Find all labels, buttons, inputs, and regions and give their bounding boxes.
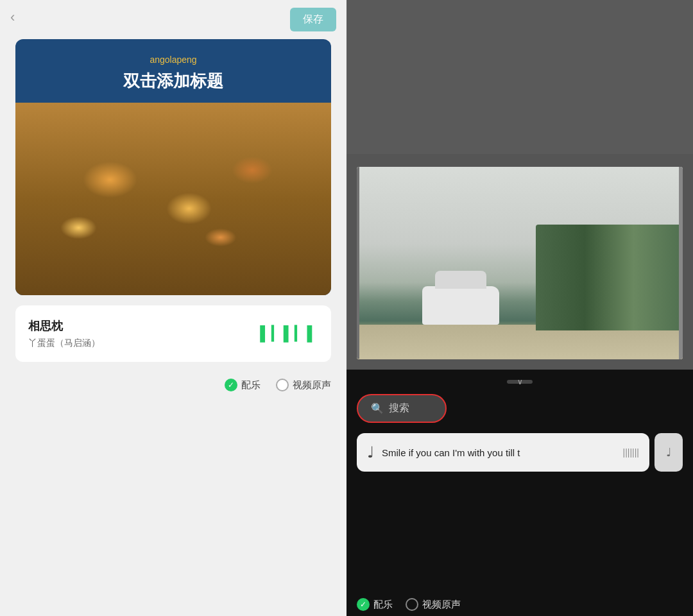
song-lyrics: Smile if you can I'm with you till t: [382, 447, 615, 458]
left-panel: ‹ 保存 angolapeng 双击添加标题 相思枕 丫蛋蛋（马启涵） ▌▎▌▎…: [0, 0, 346, 616]
radio-icon: [276, 379, 289, 391]
option-peilv[interactable]: ✓ 配乐: [225, 379, 261, 391]
card-title[interactable]: 双击添加标题: [28, 70, 318, 92]
next-song-card[interactable]: ♩: [654, 433, 683, 472]
chevron-down-icon: ∨: [517, 377, 523, 386]
audio-options: ✓ 配乐 视频原声: [0, 372, 346, 404]
right-radio-icon: [406, 598, 418, 611]
collapse-handle[interactable]: ∨: [357, 380, 683, 384]
card-header: angolapeng 双击添加标题: [15, 39, 331, 103]
right-option-peilv-label: 配乐: [373, 599, 393, 611]
option-yuansheng[interactable]: 视频原声: [276, 379, 331, 391]
left-header: ‹ 保存: [0, 0, 346, 39]
search-bar[interactable]: 🔍 搜索: [357, 394, 447, 423]
music-info-card: 相思枕 丫蛋蛋（马启涵） ▌▎▌▎▌: [15, 305, 331, 362]
music-note-icon-2: ♩: [666, 445, 671, 459]
scene-window: [357, 167, 683, 359]
card-food-image: [15, 103, 331, 295]
search-bar-wrapper: 🔍 搜索: [357, 394, 683, 423]
right-top-area: [346, 0, 693, 154]
option-yuansheng-label: 视频原声: [293, 379, 331, 391]
right-panel: ∨ 🔍 搜索 ♩ Smile if you can I'm with you t…: [346, 0, 693, 616]
music-note-icon: ♩: [367, 443, 374, 461]
right-photo: [357, 167, 683, 359]
music-text: 相思枕 丫蛋蛋（马启涵）: [28, 318, 260, 349]
search-icon: 🔍: [371, 402, 384, 415]
check-icon: ✓: [225, 379, 237, 391]
right-check-icon: ✓: [357, 598, 370, 611]
right-music-panel: ∨ 🔍 搜索 ♩ Smile if you can I'm with you t…: [346, 370, 693, 589]
right-option-peilv[interactable]: ✓ 配乐: [357, 598, 393, 611]
scene-car: [422, 286, 499, 325]
song-card[interactable]: ♩ Smile if you can I'm with you till t |…: [357, 433, 649, 472]
music-title: 相思枕: [28, 318, 260, 334]
card-username: angolapeng: [28, 55, 318, 65]
right-option-yuansheng-label: 视频原声: [422, 599, 461, 611]
music-wave-icon: ▌▎▌▎▌: [260, 325, 318, 342]
option-peilv-label: 配乐: [241, 379, 261, 391]
song-info: Smile if you can I'm with you till t: [382, 447, 615, 458]
music-artist: 丫蛋蛋（马启涵）: [28, 338, 260, 349]
search-placeholder: 搜索: [389, 402, 409, 415]
song-wave-icon: |||||||: [623, 447, 639, 458]
food-visual: [15, 103, 331, 295]
collapse-arrow-icon[interactable]: ∨: [507, 380, 533, 384]
back-button[interactable]: ‹: [10, 9, 15, 26]
song-row: ♩ Smile if you can I'm with you till t |…: [357, 433, 683, 472]
save-button[interactable]: 保存: [290, 8, 336, 31]
right-option-yuansheng[interactable]: 视频原声: [406, 598, 461, 611]
post-card: angolapeng 双击添加标题: [15, 39, 331, 295]
right-audio-options: ✓ 配乐 视频原声: [346, 589, 693, 616]
